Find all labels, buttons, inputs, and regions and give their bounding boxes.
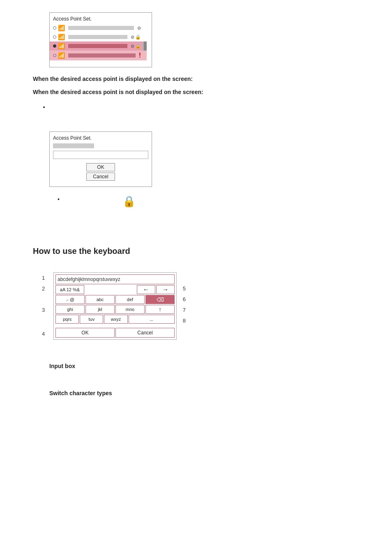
- input-box-label: Input box: [49, 363, 359, 369]
- switch-char-label: Switch character types: [49, 390, 359, 396]
- ap-dot-1: [53, 26, 56, 30]
- ap-dot-4: [53, 54, 56, 57]
- section1-heading: When the desired access point is display…: [33, 76, 359, 82]
- ap-row-4[interactable]: 📶 !: [50, 51, 147, 60]
- ap-dialog2-bar: [53, 143, 94, 148]
- kb-switch-char-btn[interactable]: aA 12 %&: [55, 285, 84, 294]
- ap-icons-right-4: !: [139, 52, 141, 59]
- keyboard-section-title: How to use the keyboard: [33, 246, 359, 256]
- ap-dot-2: [53, 35, 56, 39]
- kb-num-label-7: 7: [183, 304, 186, 315]
- kb-num-label-2: 2: [42, 283, 45, 294]
- kb-input-text: abcdefghijklmnopqrstuvwxyz: [58, 276, 120, 282]
- ap-dot-3: [53, 44, 56, 48]
- kb-btn-mno[interactable]: mno: [115, 305, 145, 314]
- kb-space-btn[interactable]: ⎵: [129, 315, 175, 324]
- ap-row-2[interactable]: 📶 ⊘ 🔒: [50, 32, 147, 41]
- wifi-icon-2: 📶: [58, 34, 65, 40]
- kb-btn-jkl[interactable]: jkl: [85, 305, 115, 314]
- lock-icon-3: 🔒: [135, 44, 141, 49]
- kb-num-label-3b-placeholder: 3: [42, 304, 45, 315]
- kb-ok-row: OK Cancel: [55, 328, 175, 338]
- ap-bar-1: [68, 26, 134, 30]
- ap-dialog2-title: Access Point Set.: [53, 134, 148, 143]
- wifi-icon-1: 📶: [58, 25, 65, 31]
- kb-btn-at[interactable]: .- @: [55, 295, 85, 304]
- bullet-dot-2: •: [58, 196, 60, 203]
- kb-arrow-right-btn[interactable]: →: [156, 285, 175, 294]
- keyboard-diagram: 1 2 3 4 5 6 7 8 abcdefghijklmnopqrstuvwx…: [53, 272, 177, 340]
- ap-bar-2: [68, 35, 127, 39]
- kb-btn-def[interactable]: def: [115, 295, 145, 304]
- kb-cancel-btn[interactable]: Cancel: [115, 328, 175, 338]
- exclaim-icon-4: !: [139, 52, 141, 59]
- kb-backspace-btn[interactable]: ⌫: [145, 295, 175, 304]
- ap-dialog-title: Access Point Set.: [50, 15, 152, 23]
- kb-switch-row: aA 12 %& ← →: [55, 285, 175, 294]
- access-point-dialog-mid: Access Point Set. OK Cancel: [49, 131, 152, 187]
- wifi-icon-3: 📶: [58, 43, 65, 49]
- ap-ok-button[interactable]: OK: [86, 163, 115, 171]
- access-point-dialog-top: Access Point Set. 📶 ⊘ 📶 ⊘ 🔒: [49, 12, 152, 67]
- kb-num-label-3-placeholder: [42, 294, 45, 304]
- ap-icons-right-3: ⊘ 🔒: [131, 44, 141, 49]
- wifi-icon-4: 📶: [58, 52, 65, 59]
- kb-input-row[interactable]: abcdefghijklmnopqrstuvwxyz: [55, 274, 175, 284]
- lock-icon-2: 🔒: [135, 35, 141, 40]
- kb-ok-btn[interactable]: OK: [55, 328, 115, 338]
- kb-btn-pqrs[interactable]: pqrs: [55, 315, 79, 324]
- lock-icon-large: 🔒: [122, 195, 136, 208]
- kb-num-label-5: 5: [183, 283, 186, 294]
- kb-btn-abc[interactable]: abc: [85, 295, 115, 304]
- cancel-icon-3: ⊘: [131, 44, 134, 49]
- cancel-icon-2: ⊘: [131, 35, 134, 40]
- ap-dialog2-input[interactable]: [53, 151, 148, 159]
- kb-num-label-6: 6: [183, 294, 186, 304]
- ap-cancel-button[interactable]: Cancel: [86, 173, 115, 181]
- kb-num-label-1: 1: [42, 272, 45, 283]
- kb-arrow-left-btn[interactable]: ←: [137, 285, 155, 294]
- ap-icons-right-1: ⊘: [137, 25, 141, 31]
- kb-alpha-row-3a: .- @ abc def ⌫: [55, 295, 175, 304]
- ap-row-1[interactable]: 📶 ⊘: [50, 23, 147, 32]
- ap-bar-3: [68, 44, 127, 48]
- ap-row-3[interactable]: 📶 ⊘ 🔒: [50, 41, 147, 51]
- ap-icons-right-2: ⊘ 🔒: [131, 35, 141, 40]
- cancel-icon-1: ⊘: [137, 25, 141, 31]
- ap-bar-4: [68, 53, 136, 58]
- kb-btn-ghi[interactable]: ghi: [55, 305, 85, 314]
- kb-num-label-8: 8: [183, 315, 186, 326]
- kb-alpha-row-3b: ghi jkl mno ↑: [55, 305, 175, 314]
- ap-dialog2-buttons: OK Cancel: [53, 163, 148, 181]
- kb-num-label-4: 4: [42, 328, 45, 339]
- kb-up-arrow-btn[interactable]: ↑: [145, 305, 175, 314]
- bullet-item-1: [49, 104, 359, 110]
- section2-heading: When the desired access point is not dis…: [33, 89, 359, 95]
- kb-btn-tuv[interactable]: tuv: [80, 315, 103, 324]
- kb-alpha-row-3c: pqrs tuv wxyz ⎵: [55, 315, 175, 324]
- kb-num-label-3c-placeholder: [42, 315, 45, 326]
- bullet-text-2: [63, 195, 111, 202]
- kb-btn-wxyz[interactable]: wxyz: [104, 315, 127, 324]
